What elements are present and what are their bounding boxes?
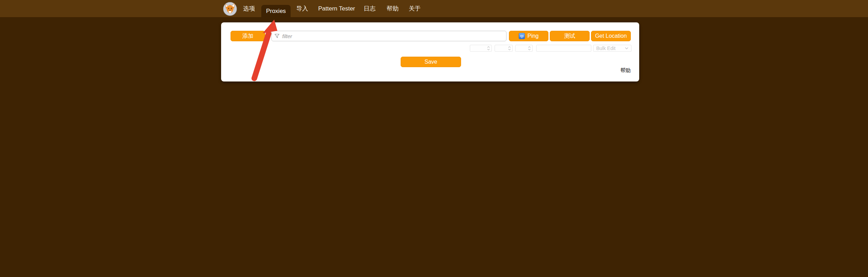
ping-button[interactable]: Ping xyxy=(509,31,548,41)
nav-item-import[interactable]: 导入 xyxy=(296,0,308,17)
filter-input[interactable] xyxy=(271,31,506,41)
nav-item-about[interactable]: 关于 xyxy=(409,0,421,17)
ping-button-label: Ping xyxy=(527,33,539,39)
foxyproxy-fox-icon xyxy=(223,2,237,16)
bulk-text-input[interactable] xyxy=(536,45,591,52)
spinner-arrows-icon xyxy=(508,46,511,51)
funnel-filter-icon xyxy=(275,34,279,38)
save-button[interactable]: Save xyxy=(401,57,461,67)
nav-tab-proxies-active[interactable]: Proxies xyxy=(261,5,291,17)
get-location-button[interactable]: Get Location xyxy=(591,31,631,41)
wifi-ping-icon xyxy=(519,33,525,39)
proxies-panel-card: 添加 Ping 测试 Get Location xyxy=(221,22,639,81)
filter-field-wrap xyxy=(271,31,506,41)
panel-help-link[interactable]: 帮助 xyxy=(620,67,631,74)
chevron-down-icon xyxy=(625,47,628,49)
nav-item-log[interactable]: 日志 xyxy=(364,0,375,17)
nav-item-pattern-tester[interactable]: Pattern Tester xyxy=(318,0,355,17)
nav-item-help[interactable]: 帮助 xyxy=(387,0,399,17)
nav-item-options[interactable]: 选项 xyxy=(243,0,255,17)
spinner-arrows-icon xyxy=(487,46,490,51)
bulk-edit-select[interactable]: Bulk Edit xyxy=(593,45,632,52)
spinner-arrows-icon xyxy=(528,46,531,51)
bulk-spinner-2[interactable] xyxy=(495,45,513,52)
add-proxy-button[interactable]: 添加 xyxy=(231,31,265,41)
bulk-spinner-3[interactable] xyxy=(515,45,533,52)
bulk-spinner-1[interactable] xyxy=(470,45,492,52)
top-nav-bar: 选项 Proxies 导入 Pattern Tester 日志 帮助 关于 xyxy=(0,0,868,17)
test-button[interactable]: 测试 xyxy=(550,31,590,41)
bulk-edit-select-value: Bulk Edit xyxy=(596,45,615,51)
